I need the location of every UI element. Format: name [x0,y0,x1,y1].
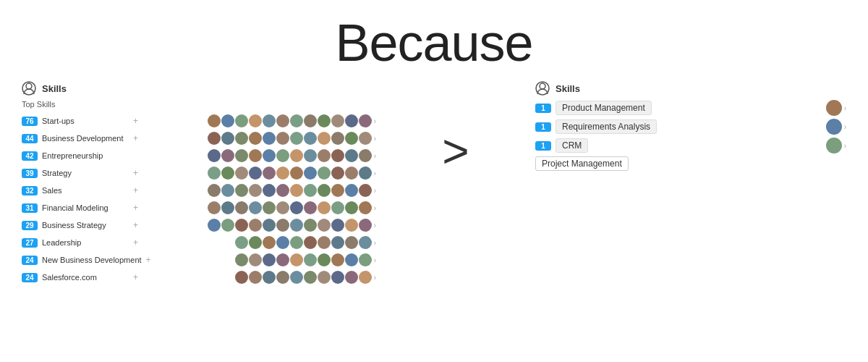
skill-name: Start-ups [42,117,129,125]
avatar [331,132,344,145]
skill-count: 42 [22,151,38,161]
avatar [290,132,303,145]
avatar [263,201,276,214]
skill-row: 29 Business Strategy + › [22,217,376,233]
greater-than-symbol: > [442,125,469,178]
avatar [359,167,372,180]
right-skills-panel: Skills 1 Product Management › 1 Requirem… [535,81,846,171]
avatar [359,236,372,249]
avatar [263,184,276,197]
avatar [318,167,331,180]
avatar [290,149,303,162]
avatar [345,271,358,284]
avatar [276,219,289,232]
avatar-strip: › [235,271,376,284]
avatar [318,201,331,214]
right-avatar [826,138,842,153]
avatar [263,219,276,232]
avatar [331,201,344,214]
skill-name: Financial Modeling [42,203,129,212]
avatar [359,149,372,162]
skill-count: 76 [22,117,38,126]
skill-name: Business Strategy [42,221,129,230]
skill-add-button[interactable]: + [133,220,138,230]
skill-add-button[interactable]: + [133,237,138,248]
right-skill-name-product-management: Product Management [556,101,652,115]
skill-add-button[interactable]: + [133,272,138,282]
skill-add-button[interactable]: + [133,116,138,126]
skill-add-button[interactable]: + [133,133,138,143]
right-strip-arrow[interactable]: › [844,123,846,131]
strip-arrow[interactable]: › [374,187,376,195]
avatar [304,271,317,284]
right-strip-arrow[interactable]: › [844,104,846,112]
avatar [276,271,289,284]
avatar [235,271,248,284]
avatar [318,271,331,284]
skill-add-button[interactable]: + [146,255,151,265]
avatar [345,132,358,145]
avatar-strip: › [208,167,376,180]
section-label: Top Skills [22,100,376,109]
avatar-strip: › [208,149,376,162]
skill-count: 32 [22,186,38,195]
avatar [331,253,344,266]
skill-count: 24 [22,273,38,282]
avatar [263,114,276,127]
avatar [331,271,344,284]
avatar [235,236,248,249]
strip-arrow[interactable]: › [374,239,376,247]
right-strip-arrow[interactable]: › [844,142,846,150]
avatar [276,253,289,266]
avatar [345,149,358,162]
avatar [249,236,262,249]
avatar [290,236,303,249]
skill-name: Entrepreneurship [42,151,129,160]
avatar [304,219,317,232]
avatar [249,253,262,266]
avatar [235,167,248,180]
strip-arrow[interactable]: › [374,222,376,230]
avatar [235,184,248,197]
comparison-arrow: > [376,81,535,178]
skill-name: New Business Development [42,256,142,264]
avatar [263,253,276,266]
avatar [208,114,221,127]
right-skill-name-crm: CRM [556,138,588,153]
avatar [331,219,344,232]
skill-row: 39 Strategy + › [22,165,376,181]
skill-add-button[interactable]: + [133,203,138,213]
avatar [359,201,372,214]
skill-count: 31 [22,203,38,213]
avatar-strip: › [208,132,376,145]
skill-row: 32 Sales + › [22,182,376,198]
avatar [221,184,234,197]
strip-arrow[interactable]: › [374,274,376,282]
avatar [276,167,289,180]
avatar [318,253,331,266]
skill-name: Business Development [42,134,129,143]
avatar-strip: › [208,114,376,127]
avatar [318,184,331,197]
right-panel-title: Skills [556,83,580,94]
right-skill-count: 1 [535,141,551,151]
avatar [208,149,221,162]
avatar [276,236,289,249]
avatar [263,149,276,162]
skill-add-button[interactable]: + [133,185,138,195]
avatar [331,236,344,249]
avatar [290,167,303,180]
strip-arrow[interactable]: › [374,204,376,212]
avatar [304,201,317,214]
right-skill-count: 1 [535,122,551,132]
avatar [249,132,262,145]
skill-count: 27 [22,238,38,248]
avatar [304,253,317,266]
avatar [276,184,289,197]
avatar-strip: › [208,201,376,214]
skill-add-button[interactable]: + [133,168,138,178]
avatar [208,132,221,145]
strip-arrow[interactable]: › [374,256,376,264]
avatar [290,253,303,266]
avatar [318,219,331,232]
